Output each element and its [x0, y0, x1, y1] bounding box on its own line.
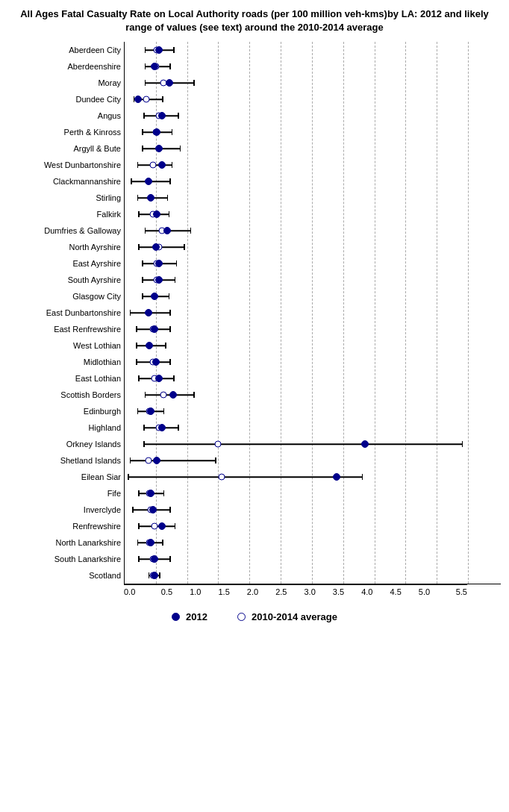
y-label: North Lanarkshire: [8, 534, 124, 551]
x-tick: 3.0: [296, 587, 324, 596]
row-track: [125, 173, 501, 190]
y-label: North Ayrshire: [8, 239, 124, 255]
ci-tick: [193, 80, 195, 86]
row-track: [125, 140, 501, 157]
ci-tick: [159, 572, 160, 578]
dot-2012: [155, 276, 163, 284]
row-track: [125, 469, 501, 485]
legend: 2012 2010-2014 average: [8, 611, 501, 622]
ci-tick: [162, 540, 163, 546]
ci-tick: [167, 195, 169, 201]
ci-tick: [142, 260, 143, 266]
ci-tick: [145, 392, 146, 398]
row-track: [125, 239, 501, 255]
ci-tick: [175, 523, 176, 529]
y-label: Scotland: [8, 567, 124, 584]
dot-2012: [151, 63, 158, 70]
chart-title: All Ages Fatal Casualty Rate on Local Au…: [8, 7, 501, 34]
y-label: Stirling: [8, 190, 124, 206]
ci-tick: [138, 556, 140, 562]
ci-tick: [138, 244, 140, 250]
dot-avg: [160, 392, 166, 399]
ci-tick: [462, 441, 463, 447]
ci-tick: [142, 129, 143, 135]
plot-area: [124, 42, 501, 584]
y-label: Argyll & Bute: [8, 140, 124, 157]
row-track: [125, 518, 501, 534]
y-label: Clackmannanshire: [8, 173, 124, 190]
row-track: [125, 370, 501, 387]
dot-2012: [333, 473, 340, 481]
y-label: Glasgow City: [8, 288, 124, 304]
ci-tick: [163, 490, 165, 496]
dot-avg: [152, 523, 158, 530]
dot-2012: [158, 112, 166, 119]
y-label: Edinburgh: [8, 403, 124, 419]
ci-tick: [130, 457, 131, 463]
y-label: East Dunbartonshire: [8, 304, 124, 321]
row-track: [125, 337, 501, 354]
dot-2012: [153, 457, 160, 464]
y-label: Aberdeenshire: [8, 58, 124, 75]
row-track: [125, 288, 501, 304]
x-tick: 1.0: [181, 587, 210, 596]
dot-2012: [155, 46, 163, 54]
ci-tick: [138, 490, 140, 496]
x-tick: 5.5: [439, 587, 467, 596]
legend-dot-filled: [172, 613, 180, 621]
dot-2012: [151, 293, 158, 300]
y-label: Aberdeen City: [8, 42, 124, 58]
ci-tick: [142, 277, 143, 283]
x-tick: 0.0: [124, 587, 152, 596]
row-track: [125, 354, 501, 370]
dot-2012: [146, 342, 153, 349]
ci-tick: [136, 326, 137, 332]
ci-tick: [143, 425, 145, 431]
ci-tick: [138, 211, 140, 217]
row-track: [125, 206, 501, 222]
row-track: [125, 107, 501, 124]
dot-2012: [155, 145, 163, 152]
legend-label-avg: 2010-2014 average: [252, 611, 337, 622]
ci-tick: [138, 375, 140, 381]
row-track: [125, 42, 501, 58]
x-axis: 0.00.51.01.52.02.53.03.54.04.55.05.5: [124, 584, 467, 596]
ci-tick: [137, 408, 139, 414]
row-track: [125, 387, 501, 403]
chart-container: All Ages Fatal Casualty Rate on Local Au…: [8, 7, 501, 622]
ci-tick: [137, 195, 139, 201]
ci-tick: [138, 523, 140, 529]
ci-tick: [172, 162, 173, 168]
ci-tick: [169, 310, 171, 316]
dot-2012: [361, 440, 369, 448]
ci-tick: [137, 162, 139, 168]
dot-2012: [166, 79, 173, 87]
y-label: East Renfrewshire: [8, 321, 124, 337]
row-track: [125, 452, 501, 469]
x-tick: 0.5: [152, 587, 181, 596]
x-tick: 2.5: [267, 587, 296, 596]
y-label: Moray: [8, 75, 124, 91]
dot-2012: [147, 490, 154, 497]
row-track: [125, 272, 501, 288]
ci-tick: [137, 540, 139, 546]
row-track: [125, 403, 501, 419]
ci-tick: [169, 556, 171, 562]
y-label: West Dunbartonshire: [8, 157, 124, 173]
ci-tick: [172, 129, 173, 135]
dot-2012: [163, 227, 171, 234]
ci-tick: [184, 244, 185, 250]
y-label: Eilean Siar: [8, 469, 124, 485]
row-track: [125, 91, 501, 107]
ci-tick: [130, 310, 131, 316]
x-tick: 4.5: [381, 587, 410, 596]
row-track: [125, 58, 501, 75]
x-tick: 4.0: [353, 587, 381, 596]
ci-tick: [169, 178, 171, 184]
y-labels: Aberdeen CityAberdeenshireMorayDundee Ci…: [8, 42, 124, 584]
y-label: East Ayrshire: [8, 255, 124, 272]
ci-tick: [145, 80, 146, 86]
ci-tick: [169, 211, 170, 217]
y-label: South Ayrshire: [8, 272, 124, 288]
legend-label-2012: 2012: [186, 611, 207, 622]
